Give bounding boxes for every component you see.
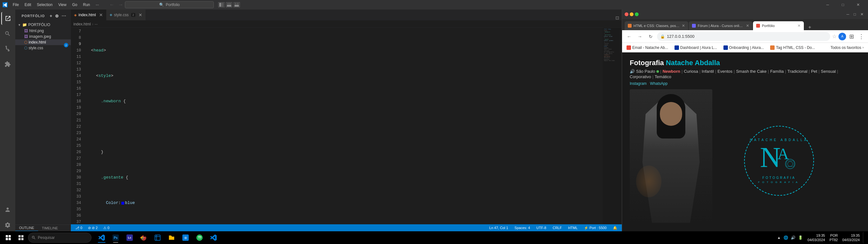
address-bar[interactable]: 🔒 127.0.0.1:5500 bbox=[657, 32, 830, 41]
encoding[interactable]: UTF-8 bbox=[535, 226, 548, 230]
browser-win-max[interactable]: □ bbox=[852, 11, 858, 17]
taskbar-lua[interactable]: Lc bbox=[123, 232, 136, 243]
git-branch-status[interactable]: ⎇ 0 bbox=[74, 226, 84, 230]
menu-edit[interactable]: Edit bbox=[22, 2, 34, 8]
line-ending[interactable]: CRLF bbox=[551, 226, 563, 230]
folder-portfolio[interactable]: ▼ 📁 PORTFÓLIO bbox=[15, 22, 71, 28]
notifications[interactable]: 🔔 bbox=[612, 226, 619, 230]
menu-more[interactable]: ··· bbox=[93, 2, 101, 8]
search-icon[interactable] bbox=[1, 27, 14, 40]
taskbar-terminal[interactable]: ⊞ bbox=[179, 232, 192, 243]
browser-win-min[interactable]: ─ bbox=[844, 11, 851, 17]
sidebar-more-btn[interactable]: ··· bbox=[61, 13, 67, 19]
browser-win-close[interactable]: ✕ bbox=[859, 11, 865, 17]
file-imagem-jpeg[interactable]: 🖼 imagem.jpeg bbox=[15, 34, 71, 39]
menu-run[interactable]: Run bbox=[81, 2, 92, 8]
browser-forward-btn[interactable]: → bbox=[636, 32, 644, 41]
account-icon[interactable] bbox=[1, 203, 14, 216]
browser-more-menu[interactable]: ⋮ bbox=[857, 33, 865, 40]
source-control-icon[interactable] bbox=[1, 42, 14, 55]
infantil-link[interactable]: Infantil bbox=[702, 69, 714, 74]
new-file-btn[interactable]: + bbox=[49, 13, 53, 19]
timeline-tab[interactable]: TIMELINE bbox=[38, 225, 62, 231]
browser-tab-forum[interactable]: Fórum | Alura - Cursos online d... ✕ bbox=[689, 21, 752, 30]
nav-forward-btn[interactable]: → bbox=[117, 1, 124, 8]
taskbar-files[interactable] bbox=[165, 232, 178, 243]
bookmark-star[interactable]: ☆ bbox=[832, 33, 837, 39]
nav-back-btn[interactable]: ← bbox=[108, 1, 115, 8]
bookmark-dashboard[interactable]: Dashboard | Alura L... bbox=[673, 45, 719, 51]
taskbar-spotify[interactable] bbox=[193, 232, 206, 243]
tray-volume[interactable]: 🔊 bbox=[790, 236, 797, 240]
menu-view[interactable]: View bbox=[56, 2, 69, 8]
file-style-css[interactable]: ⬡ style.css 2 bbox=[15, 45, 71, 51]
newborn-link[interactable]: Newborn bbox=[662, 69, 680, 74]
browser-close-btn[interactable] bbox=[625, 12, 628, 16]
cursor-position[interactable]: Ln 47, Col 1 bbox=[488, 226, 509, 230]
bookmark-email[interactable]: Email - Natache Ab... bbox=[625, 45, 670, 51]
taskbar-search[interactable]: Pesquisar bbox=[28, 233, 92, 243]
tray-battery[interactable]: 🔋 bbox=[797, 236, 804, 240]
tab-close-html[interactable]: ✕ bbox=[99, 13, 103, 17]
close-btn[interactable]: ✕ bbox=[851, 0, 865, 9]
taskbar-clock-right[interactable]: POR PT82 bbox=[828, 233, 840, 242]
curiosa-link[interactable]: Curiosa bbox=[684, 69, 698, 74]
tray-network[interactable]: 🌐 bbox=[782, 236, 789, 240]
task-view-btn[interactable] bbox=[15, 232, 27, 243]
tab-close-2[interactable]: ✕ bbox=[746, 24, 749, 28]
whatsapp-link[interactable]: WhatsApp bbox=[650, 81, 668, 86]
browser-tab-html-css[interactable]: HTML e CSS: Classes, posicione... ✕ bbox=[625, 21, 688, 30]
browser-extensions-menu[interactable]: ⊞ bbox=[848, 33, 855, 40]
taskbar-browser-2[interactable] bbox=[151, 232, 164, 243]
show-desktop-btn[interactable] bbox=[863, 232, 865, 243]
language-mode[interactable]: HTML bbox=[567, 226, 579, 230]
taskbar-clock[interactable]: 19:35 04/03/2024 bbox=[806, 233, 827, 242]
tab-index-html[interactable]: ◈ index.html ✕ bbox=[71, 9, 106, 20]
taskbar-clock-2[interactable]: 19:35 04/03/2024 bbox=[840, 233, 862, 242]
instagram-link[interactable]: Instagram bbox=[630, 81, 647, 86]
new-folder-btn[interactable]: ⊕ bbox=[54, 13, 60, 19]
bookmark-onboarding[interactable]: Onboarding | Alura... bbox=[721, 45, 766, 51]
menu-file[interactable]: File bbox=[10, 2, 21, 8]
live-server-port[interactable]: ⚡ Port : 5500 bbox=[583, 226, 608, 230]
bookmark-html-tag[interactable]: Tag HTML, CSS - Do... bbox=[768, 45, 817, 51]
tray-notification[interactable]: ▲ bbox=[776, 236, 782, 240]
tab-style-css[interactable]: ◈ style.css 2 ✕ bbox=[106, 9, 146, 20]
menu-go[interactable]: Go bbox=[69, 2, 80, 8]
start-button[interactable] bbox=[3, 232, 14, 243]
bookmarks-all-favorites[interactable]: Todos os favoritos › bbox=[829, 45, 865, 51]
layout-btn-3[interactable] bbox=[234, 2, 240, 7]
layout-btn-2[interactable] bbox=[226, 2, 232, 7]
browser-tab-portfolio[interactable]: Portfólio ✕ bbox=[753, 21, 804, 30]
taskbar-photoshop[interactable]: Ps bbox=[109, 232, 122, 243]
split-editor-btn[interactable]: ⊡ bbox=[615, 15, 619, 20]
browser-maximize-btn[interactable] bbox=[635, 12, 639, 16]
browser-minimize-btn[interactable] bbox=[630, 12, 633, 16]
tab-close-css[interactable]: ✕ bbox=[138, 13, 142, 17]
minimize-btn[interactable]: ─ bbox=[820, 0, 835, 9]
taskbar-vscode[interactable] bbox=[95, 232, 108, 243]
outline-tab[interactable]: OUTLINE bbox=[15, 225, 38, 231]
explorer-icon[interactable] bbox=[1, 12, 14, 25]
tab-close-1[interactable]: ✕ bbox=[682, 24, 685, 28]
code-editor[interactable]: 7 8 9 10 11 12 13 14 15 16 17 18 19 20 2… bbox=[71, 28, 622, 224]
settings-icon[interactable] bbox=[1, 219, 14, 231]
new-tab-btn[interactable]: + bbox=[806, 25, 814, 30]
extensions-icon[interactable] bbox=[1, 58, 14, 70]
taskbar-vscode-2[interactable] bbox=[207, 232, 220, 243]
taskbar-chrome[interactable] bbox=[137, 232, 150, 243]
maximize-btn[interactable]: □ bbox=[836, 0, 850, 9]
errors-status[interactable]: ⊘ ⊘ 2 bbox=[87, 226, 99, 230]
warnings-status[interactable]: ⚠ 0 bbox=[102, 226, 111, 230]
webpage-content[interactable]: Fotografia Natache Abdalla 🔊 São Paulo |… bbox=[622, 53, 868, 231]
code-content[interactable]: <head> <style> .newborn { bbox=[84, 28, 603, 224]
browser-reload-btn[interactable]: ↻ bbox=[646, 32, 655, 41]
command-palette[interactable]: 🔍 Portfolio bbox=[125, 1, 214, 8]
browser-back-btn[interactable]: ← bbox=[625, 32, 633, 41]
tab-close-3[interactable]: ✕ bbox=[798, 24, 801, 28]
indentation[interactable]: Spaces: 4 bbox=[513, 226, 531, 230]
menu-selection[interactable]: Selection bbox=[34, 2, 55, 8]
browser-profile[interactable]: A bbox=[838, 33, 846, 40]
layout-btn-1[interactable] bbox=[218, 2, 225, 7]
file-html-png[interactable]: 🖼 html.png bbox=[15, 28, 71, 34]
